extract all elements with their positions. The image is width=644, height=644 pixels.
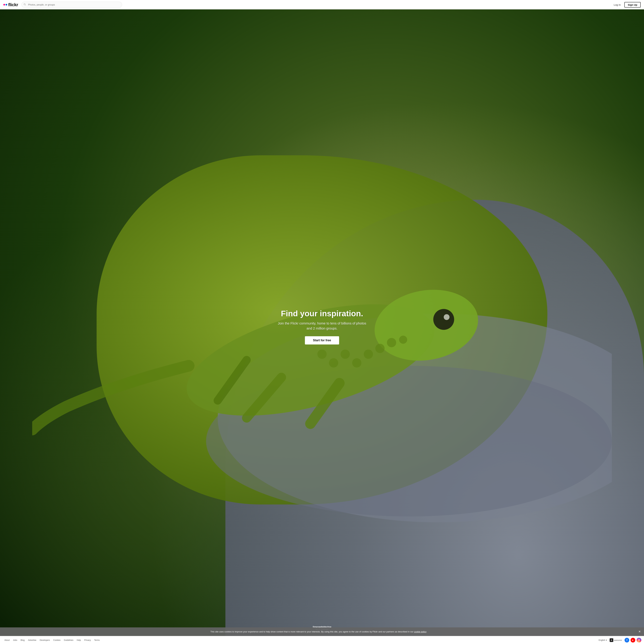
footer-link-help[interactable]: Help (75, 639, 83, 641)
youtube-icon: ▶ (632, 639, 634, 641)
language-label: English (599, 639, 605, 641)
dot-pink (3, 4, 5, 6)
footer-link-jobs[interactable]: Jobs (11, 639, 19, 641)
footer-nav: About Jobs Blog Advertise Developers Coo… (3, 639, 599, 641)
hero-subtitle: Join the Flickr community, home to tens … (275, 321, 369, 331)
footer-right: English ▾ A awesome f ▶ (599, 638, 641, 642)
language-chevron-icon: ▾ (606, 639, 607, 641)
awesome-label: awesome (614, 639, 622, 641)
awesome-badge: A awesome (608, 638, 623, 642)
facebook-social-link[interactable]: f (625, 638, 629, 642)
awesome-icon: A (610, 638, 613, 642)
search-input[interactable] (21, 2, 122, 8)
footer-link-privacy[interactable]: Privacy (83, 639, 92, 641)
footer-link-blog[interactable]: Blog (19, 639, 26, 641)
cookie-policy-link[interactable]: cookie policy (414, 630, 426, 633)
instagram-social-link[interactable] (637, 638, 641, 642)
footer-link-guidelines[interactable]: Guidelines (62, 639, 75, 641)
main-footer: About Jobs Blog Advertise Developers Coo… (0, 636, 644, 644)
signup-button[interactable]: Sign Up (624, 2, 641, 8)
dot-blue (6, 4, 7, 6)
footer-link-about[interactable]: About (3, 639, 11, 641)
start-free-button[interactable]: Start for free (305, 336, 339, 344)
logo-wordmark: flickr (8, 2, 18, 7)
svg-rect-19 (638, 639, 640, 641)
cookie-close-button[interactable]: × (638, 630, 641, 633)
svg-point-20 (638, 639, 639, 640)
footer-link-developers[interactable]: Developers (38, 639, 52, 641)
footer-link-advertise[interactable]: Advertise (26, 639, 38, 641)
hero-content: Find your inspiration. Join the Flickr c… (272, 309, 372, 344)
cookie-message: This site uses cookies to improve your e… (210, 630, 413, 633)
instagram-icon (638, 639, 640, 641)
search-bar (21, 2, 122, 8)
logo-dots (3, 4, 7, 6)
footer-link-cookies[interactable]: Cookies (51, 639, 62, 641)
cookie-banner: This site uses cookies to improve your e… (0, 627, 644, 636)
login-button[interactable]: Log In (612, 2, 623, 7)
footer-link-terms[interactable]: Terms (93, 639, 101, 641)
main-header: flickr Log In Sign Up (0, 0, 644, 9)
facebook-icon: f (627, 639, 627, 641)
youtube-social-link[interactable]: ▶ (631, 638, 635, 642)
flickr-logo[interactable]: flickr (3, 2, 18, 7)
header-actions: Log In Sign Up (612, 2, 641, 8)
language-selector[interactable]: English ▾ (599, 639, 607, 641)
hero-title: Find your inspiration. (275, 309, 369, 318)
svg-point-21 (639, 639, 640, 639)
hero-section: Find your inspiration. Join the Flickr c… (0, 9, 644, 644)
